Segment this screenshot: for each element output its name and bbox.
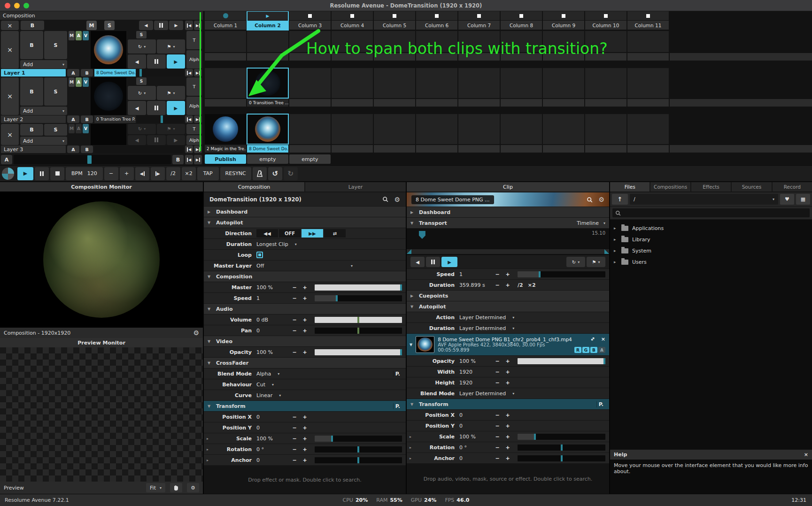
clip-name-label[interactable]: 8 Dome Sweet Do... [247, 145, 288, 153]
layer-play-button[interactable]: ▶ [167, 135, 185, 146]
tab-composition[interactable]: Composition [204, 182, 304, 192]
empty-clip-cell[interactable] [374, 31, 415, 52]
param-value[interactable]: 0 [459, 455, 492, 461]
increment-button[interactable]: + [300, 457, 310, 463]
decrement-button[interactable]: − [492, 380, 503, 386]
composition-solo-button[interactable]: S [104, 21, 115, 30]
empty-clip-cell[interactable] [332, 31, 373, 52]
layer-a-button[interactable]: A [67, 146, 79, 153]
pie-clock-icon[interactable] [2, 168, 14, 180]
timeline-playhead[interactable] [419, 231, 425, 239]
clip-cell[interactable] [205, 114, 246, 144]
decrement-button[interactable]: − [289, 436, 300, 442]
search-icon[interactable] [587, 197, 593, 203]
expand-row-icon[interactable]: ▸ [407, 435, 414, 439]
publish-button[interactable]: Publish [205, 154, 246, 164]
increment-button[interactable]: + [503, 423, 513, 429]
transition-time-button[interactable]: T [186, 124, 202, 134]
transition-time-button[interactable]: T [186, 77, 202, 96]
increment-button[interactable]: + [300, 446, 310, 452]
decrement-button[interactable]: − [492, 445, 503, 451]
direction-forward-icon[interactable]: ▶▶ [302, 229, 323, 238]
column-header-2[interactable]: ▶Column 2 [247, 11, 288, 30]
clip-beat-snap-dropdown[interactable]: ⚑▾ [587, 257, 605, 267]
layer-name[interactable]: Layer 2 [1, 115, 66, 123]
loop-mode-dropdown[interactable]: ↻▾ [128, 86, 156, 100]
crossfader-b-button[interactable]: B [172, 155, 184, 164]
param-slider[interactable] [518, 434, 605, 440]
layer-master-toggle[interactable]: M [69, 31, 75, 40]
increment-button[interactable]: + [503, 434, 513, 440]
layer-blend-dropdown[interactable]: Add▾ [20, 107, 67, 115]
decrement-button[interactable]: − [289, 328, 300, 334]
clip-name-label[interactable]: 2 Magic in the Tre... [205, 145, 246, 153]
direction-random-icon[interactable]: ⇄ [324, 229, 346, 238]
layer-video-toggle[interactable]: V [83, 124, 89, 133]
layer-bypass-button[interactable]: B [20, 124, 43, 136]
bpm-double-button[interactable]: ×2 [182, 167, 196, 180]
clip-play-button[interactable]: ▶ [441, 257, 457, 267]
layer-reverse-button[interactable]: ◀ [128, 101, 146, 115]
section-video[interactable]: ▼Video [204, 336, 406, 346]
empty-clip-cell[interactable] [289, 68, 331, 98]
decrement-button[interactable]: − [289, 446, 300, 452]
empty-clip-cell[interactable] [458, 31, 500, 52]
param-value[interactable]: Off▾ [256, 263, 353, 269]
empty-clip-cell[interactable] [332, 68, 373, 98]
layer-name[interactable]: Layer 1 [1, 69, 66, 77]
param-value[interactable]: 100 % [256, 349, 289, 355]
gear-icon[interactable]: ⚙ [598, 196, 604, 203]
section-transport[interactable]: ▼ Transport Timeline ▾ [407, 218, 609, 228]
view-mode-grid-icon[interactable]: ▦ [796, 194, 810, 205]
empty-clip-cell[interactable] [627, 31, 669, 52]
section-dashboard[interactable]: ▶ Dashboard [407, 207, 609, 217]
transport-stop-button[interactable] [50, 167, 64, 180]
increment-button[interactable]: + [503, 271, 513, 277]
param-value[interactable]: Layer Determined▾ [459, 314, 514, 321]
tree-item-applications[interactable]: ▸Applications [610, 222, 812, 234]
composition-prev-button[interactable]: ◀ [139, 21, 153, 30]
param-value[interactable]: 100 % [459, 434, 492, 440]
decrement-button[interactable]: − [289, 457, 300, 463]
decrement-button[interactable]: − [492, 271, 503, 277]
skip-start-button[interactable]: ◀ [185, 115, 193, 123]
param-slider[interactable] [315, 457, 402, 463]
skip-end-button[interactable]: ▶ [194, 115, 202, 123]
path-field[interactable]: / ▾ [630, 194, 778, 205]
layer-video-toggle[interactable]: V [83, 31, 89, 40]
decrement-button[interactable]: − [492, 369, 503, 375]
timeline-scrollbar[interactable] [407, 249, 609, 254]
param-slider[interactable] [315, 349, 402, 355]
empty-clip-cell[interactable] [627, 114, 669, 144]
section-audio[interactable]: ▼Audio [204, 304, 406, 314]
param-value[interactable]: 1 [256, 295, 289, 301]
param-value[interactable]: 1920 [459, 369, 492, 375]
param-value[interactable]: 100 % [256, 284, 289, 291]
composition-master-button[interactable]: M [86, 21, 97, 30]
param-slider[interactable] [315, 446, 402, 452]
decrement-button[interactable]: − [289, 349, 300, 355]
clip-cell[interactable] [247, 114, 288, 144]
layer-b-button[interactable]: B [81, 69, 93, 77]
decrement-button[interactable]: − [492, 358, 503, 364]
increment-button[interactable]: + [503, 455, 513, 461]
param-value[interactable]: Cut▾ [256, 382, 289, 388]
param-value[interactable]: 0 ° [256, 446, 289, 452]
column-header-11[interactable]: Column 11 [627, 11, 669, 30]
increment-button[interactable]: + [300, 425, 310, 431]
column-header-4[interactable]: Column 4 [332, 11, 373, 30]
channel-b-toggle[interactable]: B [590, 347, 597, 353]
param-slider[interactable] [315, 328, 402, 334]
section-autopilot[interactable]: ▼Autopilot [407, 301, 609, 312]
param-slider[interactable] [315, 295, 402, 301]
section-transform[interactable]: ▼TransformP. [204, 401, 406, 411]
transition-time-button[interactable]: T [186, 31, 202, 49]
composition-clear-button[interactable]: × [1, 21, 19, 30]
param-slider[interactable] [518, 271, 605, 277]
section-crossfader[interactable]: ▼CrossFader [204, 358, 406, 368]
search-icon[interactable] [382, 196, 388, 202]
param-value[interactable]: Layer Determined▾ [459, 325, 514, 331]
param-value[interactable]: 0 ° [459, 445, 492, 451]
decrement-button[interactable]: − [492, 455, 503, 461]
layer-reverse-button[interactable]: ◀ [128, 54, 146, 69]
